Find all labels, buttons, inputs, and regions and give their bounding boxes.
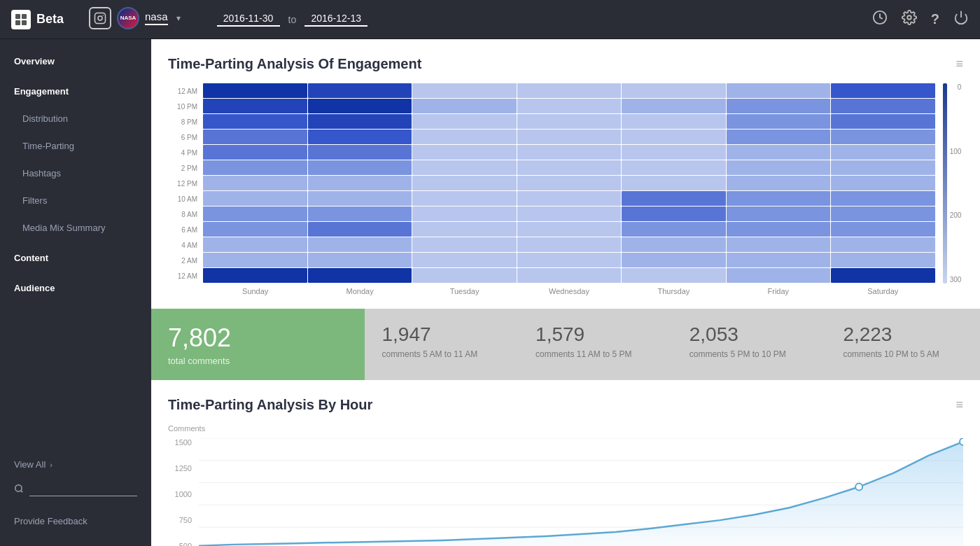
heatmap-cell-0-3[interactable]	[517, 83, 622, 98]
heatmap-cell-6-0[interactable]	[203, 176, 307, 190]
heatmap-cell-1-2[interactable]	[412, 99, 517, 113]
account-name[interactable]: nasa	[145, 10, 168, 25]
heatmap-cell-12-0[interactable]	[203, 268, 307, 283]
heatmap-cell-0-1[interactable]	[308, 83, 412, 98]
heatmap-cell-2-0[interactable]	[203, 114, 307, 129]
sidebar-item-time-parting[interactable]: Time-Parting	[0, 132, 151, 160]
power-icon[interactable]	[953, 10, 969, 29]
sidebar-item-filters[interactable]: Filters	[0, 187, 151, 214]
heatmap-cell-6-2[interactable]	[412, 176, 517, 190]
heatmap-cell-8-0[interactable]	[203, 206, 307, 221]
search-input[interactable]	[29, 482, 137, 496]
heatmap-cell-5-6[interactable]	[831, 160, 935, 175]
heatmap-cell-4-5[interactable]	[727, 145, 831, 160]
heatmap-cell-12-5[interactable]	[727, 268, 831, 283]
heatmap-cell-3-3[interactable]	[517, 130, 622, 144]
heatmap-cell-8-4[interactable]	[622, 206, 726, 221]
heatmap-cell-3-6[interactable]	[831, 130, 935, 144]
sidebar-item-content[interactable]: Content	[0, 241, 151, 272]
sidebar-item-overview[interactable]: Overview	[0, 45, 151, 75]
heatmap-cell-2-5[interactable]	[727, 114, 831, 129]
heatmap-cell-1-3[interactable]	[517, 99, 622, 113]
sidebar-item-engagement[interactable]: Engagement	[0, 75, 151, 105]
account-dropdown-icon[interactable]: ▾	[176, 13, 181, 23]
heatmap-cell-4-1[interactable]	[308, 145, 412, 160]
heatmap-cell-0-2[interactable]	[412, 83, 517, 98]
heatmap-cell-10-2[interactable]	[412, 237, 517, 252]
heatmap-cell-10-4[interactable]	[622, 237, 726, 252]
heatmap-cell-4-2[interactable]	[412, 145, 517, 160]
heatmap-cell-9-2[interactable]	[412, 222, 517, 237]
heatmap-cell-8-3[interactable]	[517, 206, 622, 221]
heatmap-cell-8-2[interactable]	[412, 206, 517, 221]
heatmap-cell-5-5[interactable]	[727, 160, 831, 175]
heatmap-cell-5-1[interactable]	[308, 160, 412, 175]
heatmap-cell-1-1[interactable]	[308, 99, 412, 113]
heatmap-cell-12-1[interactable]	[308, 268, 412, 283]
heatmap-cell-11-4[interactable]	[622, 253, 726, 267]
heatmap-menu-icon[interactable]: ≡	[955, 57, 963, 71]
heatmap-cell-7-0[interactable]	[203, 191, 307, 206]
help-icon[interactable]: ?	[931, 11, 939, 27]
heatmap-cell-2-4[interactable]	[622, 114, 726, 129]
linechart-menu-icon[interactable]: ≡	[955, 398, 963, 412]
heatmap-cell-6-3[interactable]	[517, 176, 622, 190]
heatmap-cell-7-5[interactable]	[727, 191, 831, 206]
heatmap-cell-4-6[interactable]	[831, 145, 935, 160]
heatmap-cell-5-4[interactable]	[622, 160, 726, 175]
heatmap-cell-0-0[interactable]	[203, 83, 307, 98]
heatmap-cell-9-6[interactable]	[831, 222, 935, 237]
heatmap-cell-10-1[interactable]	[308, 237, 412, 252]
heatmap-cell-0-6[interactable]	[831, 83, 935, 98]
heatmap-cell-7-3[interactable]	[517, 191, 622, 206]
heatmap-cell-6-6[interactable]	[831, 176, 935, 190]
heatmap-cell-3-1[interactable]	[308, 130, 412, 144]
sidebar-item-hashtags[interactable]: Hashtags	[0, 160, 151, 187]
heatmap-cell-1-6[interactable]	[831, 99, 935, 113]
heatmap-cell-11-3[interactable]	[517, 253, 622, 267]
heatmap-cell-4-4[interactable]	[622, 145, 726, 160]
heatmap-cell-0-4[interactable]	[622, 83, 726, 98]
heatmap-cell-2-1[interactable]	[308, 114, 412, 129]
heatmap-cell-6-1[interactable]	[308, 176, 412, 190]
heatmap-cell-3-4[interactable]	[622, 130, 726, 144]
heatmap-cell-12-6[interactable]	[831, 268, 935, 283]
heatmap-cell-8-5[interactable]	[727, 206, 831, 221]
heatmap-cell-7-4[interactable]	[622, 191, 726, 206]
heatmap-cell-2-3[interactable]	[517, 114, 622, 129]
heatmap-cell-3-2[interactable]	[412, 130, 517, 144]
heatmap-cell-11-2[interactable]	[412, 253, 517, 267]
heatmap-cell-9-1[interactable]	[308, 222, 412, 237]
heatmap-cell-1-5[interactable]	[727, 99, 831, 113]
heatmap-cell-8-6[interactable]	[831, 206, 935, 221]
heatmap-cell-4-3[interactable]	[517, 145, 622, 160]
heatmap-cell-12-4[interactable]	[622, 268, 726, 283]
heatmap-cell-9-0[interactable]	[203, 222, 307, 237]
heatmap-cell-5-0[interactable]	[203, 160, 307, 175]
heatmap-cell-2-6[interactable]	[831, 114, 935, 129]
heatmap-cell-1-4[interactable]	[622, 99, 726, 113]
heatmap-cell-1-0[interactable]	[203, 99, 307, 113]
heatmap-cell-7-2[interactable]	[412, 191, 517, 206]
heatmap-cell-3-0[interactable]	[203, 130, 307, 144]
heatmap-cell-7-6[interactable]	[831, 191, 935, 206]
heatmap-cell-11-5[interactable]	[727, 253, 831, 267]
heatmap-cell-10-6[interactable]	[831, 237, 935, 252]
heatmap-cell-12-2[interactable]	[412, 268, 517, 283]
heatmap-cell-11-6[interactable]	[831, 253, 935, 267]
date-to[interactable]: 2016-12-13	[304, 13, 368, 27]
heatmap-cell-9-3[interactable]	[517, 222, 622, 237]
heatmap-cell-10-3[interactable]	[517, 237, 622, 252]
heatmap-cell-12-3[interactable]	[517, 268, 622, 283]
settings-icon[interactable]	[902, 10, 917, 29]
heatmap-cell-7-1[interactable]	[308, 191, 412, 206]
heatmap-cell-4-0[interactable]	[203, 145, 307, 160]
heatmap-cell-6-5[interactable]	[727, 176, 831, 190]
provide-feedback[interactable]: Provide Feedback	[0, 507, 151, 535]
heatmap-cell-10-0[interactable]	[203, 237, 307, 252]
heatmap-cell-9-5[interactable]	[727, 222, 831, 237]
heatmap-cell-11-0[interactable]	[203, 253, 307, 267]
heatmap-cell-10-5[interactable]	[727, 237, 831, 252]
sidebar-item-audience[interactable]: Audience	[0, 272, 151, 302]
sidebar-item-media-mix[interactable]: Media Mix Summary	[0, 214, 151, 241]
